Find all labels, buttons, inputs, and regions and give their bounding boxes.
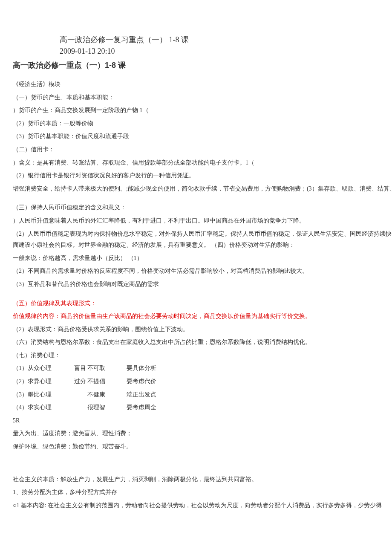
section-3-item-3: 一般来说：价格越高，需求量越小（反比） （1）	[13, 253, 379, 264]
section-7-title: （七）消费心理：	[13, 350, 379, 361]
r5-line-2: 保护环境、绿色消费；勤俭节约、艰苦奋斗。	[13, 441, 379, 453]
section-5-item-2: （2）表现形式：商品价格受供求关系的影响，围绕价值上下波动。	[13, 324, 379, 335]
page-title: 高一政治必修一复习重点（一） 1-8 课	[60, 34, 379, 46]
section-3-title: （三）保持人民币币值稳定的含义和意义：	[13, 202, 379, 214]
table-row: （2）求异心理 过分 不提倡 要考虑代价	[13, 376, 379, 387]
module-name: 《经济生活》模块	[13, 79, 379, 90]
timestamp: 2009-01-13 20:10	[60, 46, 379, 57]
distribution-2: ○1 基本内容: 在社会主义公有制的范围内，劳动者向社会提供劳动，社会以劳动为尺…	[13, 500, 392, 512]
distribution-1: 1、按劳分配为主体，多种分配方式并存	[13, 487, 379, 498]
r5-label: 5R	[13, 415, 379, 427]
section-2-item-3: 增强消费安全，给持卡人带来极大的便利。;能减少现金的使用，简化收款手续，节省交易…	[13, 183, 392, 195]
section-3-item-4: （2）不同商品的需求量对价格的反应程度不同，价格变动对生活必需品影响较小，对高档…	[13, 266, 379, 277]
table-cell: 要具体分析	[127, 363, 178, 374]
section-3-item-5: （3）互补品和替代品的价格也会影响对既定商品的需求	[13, 279, 379, 290]
section-3-item-1: ）人民币升值意味着人民币的外汇汇率降低，有利于进口，不利于出口。即中国商品在外国…	[13, 215, 379, 227]
table-cell: 盲目 不可取	[74, 363, 125, 374]
socialism-essence: 社会主义的本质：解放生产力，发展生产力，消灭剥削，消除两极分化，最终达到共同富裕…	[13, 474, 379, 486]
table-cell: （3）攀比心理	[13, 389, 72, 401]
section-2-item-1: ）含义：是具有消费、转账结算、存取现金、信用贷款等部分或全部功能的电子支付卡。1…	[13, 157, 379, 169]
section-2-item-2: （2）银行信用卡是银行对资信状况良好的客户发行的一种信用凭证。	[13, 170, 379, 182]
table-cell: 要考虑周全	[127, 402, 178, 413]
table-cell: 端正出发点	[127, 389, 178, 401]
section-1-item-2: （2）货币的本质：一般等价物	[13, 118, 379, 130]
table-cell: （2）求异心理	[13, 376, 72, 387]
section-5-title: （五）价值规律及其表现形式：	[13, 298, 379, 309]
table-cell: 很理智	[74, 402, 125, 413]
bold-title: 高一政治必修一重点（一）1-8 课	[13, 60, 379, 71]
section-1-item-1: ）货币的产生：商品交换发展到一定阶段的产物 1（	[13, 105, 379, 116]
table-cell: 过分 不提倡	[74, 376, 125, 387]
table-row: （4）求实心理 很理智 要考虑周全	[13, 402, 379, 413]
table-cell: （4）求实心理	[13, 402, 72, 413]
table-row: （3）攀比心理 不健康 端正出发点	[13, 389, 379, 401]
table-row: （1）从众心理 盲目 不可取 要具体分析	[13, 363, 379, 374]
section-1-title: （一）货币的产生、本质和基本职能：	[13, 92, 379, 104]
table-cell: 要考虑代价	[127, 376, 178, 387]
table-cell: 不健康	[74, 389, 125, 401]
section-2-title: （二）信用卡：	[13, 144, 379, 156]
r5-line-1: 量入为出、适度消费；避免盲从、理性消费；	[13, 428, 379, 439]
section-1-item-3: （3）货币的基本职能：价值尺度和流通手段	[13, 131, 379, 142]
section-6: （六）消费结构与恩格尔系数：食品支出在家庭收入总支出中所占的比重；恩格尔系数降低…	[13, 337, 379, 348]
table-cell: （1）从众心理	[13, 363, 72, 374]
section-5-item-1: 价值规律的内容：商品的价值量由生产该商品的社会必要劳动时间决定，商品交换以价值量…	[13, 311, 379, 322]
section-3-item-2: （2）人民币币值稳定表现为对内保持物价总水平稳定，对外保持人民币汇率稳定。保持人…	[13, 228, 392, 251]
